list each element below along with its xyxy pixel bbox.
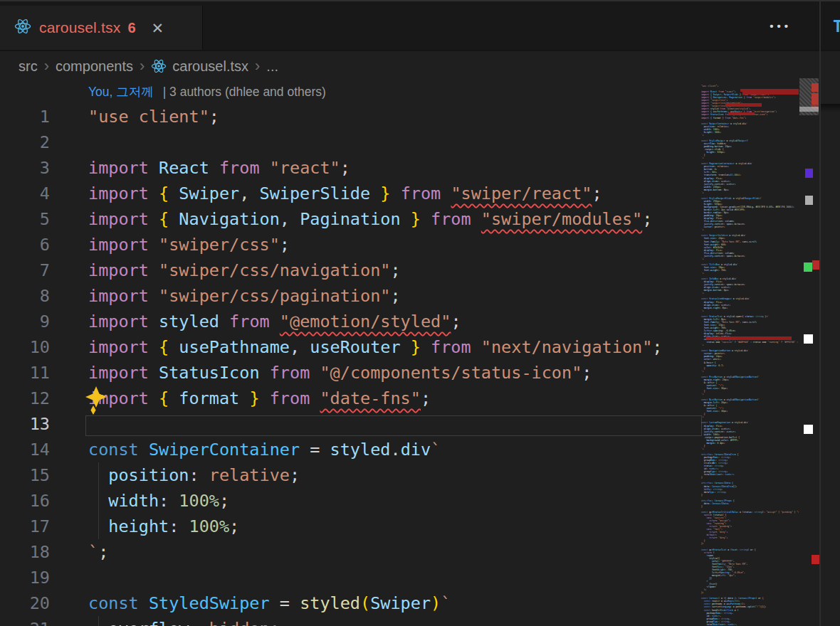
code-text: import React from "react";: [88, 155, 350, 181]
chevron-right-icon: ›: [255, 58, 260, 74]
breadcrumb-item-file[interactable]: carousel.tsx: [172, 58, 248, 75]
problems-count-badge: 6: [127, 20, 135, 36]
authors-text: | 3 authors (dhlee and others): [163, 85, 326, 99]
code-line[interactable]: 8import "swiper/css/pagination";: [0, 283, 701, 309]
line-number: 13: [0, 411, 50, 437]
line-number: 9: [0, 309, 50, 334]
line-number: 3: [0, 155, 50, 181]
scrollbar[interactable]: [799, 51, 819, 626]
tab-title: carousel.tsx: [39, 19, 120, 36]
code-line[interactable]: 5import { Navigation, Pagination } from …: [0, 206, 701, 232]
code-text: position: relative;: [88, 462, 300, 488]
line-number: 21: [0, 616, 50, 626]
line-number: 6: [0, 232, 50, 258]
line-number: 16: [0, 488, 50, 514]
code-text: `;: [88, 539, 108, 565]
git-blame-codelens: You, 그저께 | 3 authors (dhlee and others): [0, 80, 701, 104]
scroll-shadow: [821, 104, 840, 112]
code-text: import StatusIcon from "@/components/sta…: [88, 360, 592, 386]
code-text: import styled from "@emotion/styled";: [88, 309, 461, 334]
code-text: const SwiperContainer = styled.div`: [88, 437, 441, 462]
tab-bar: carousel.tsx 6 ✕ •••: [0, 0, 840, 51]
code-text: import { usePathname, useRouter } from "…: [88, 334, 663, 360]
line-number: 11: [0, 360, 50, 386]
minimap-content: "use client";import React from "react";i…: [701, 85, 799, 626]
vscode-editor-window: carousel.tsx 6 ✕ ••• src › components › …: [0, 0, 840, 626]
code-text: import "swiper/css";: [88, 232, 290, 258]
code-line[interactable]: 2: [0, 129, 701, 155]
line-number: 18: [0, 539, 50, 565]
line-number: 4: [0, 181, 50, 206]
code-text: const StyledSwiper = styled(Swiper)`: [88, 590, 451, 616]
code-line[interactable]: 6import "swiper/css";: [0, 232, 701, 258]
blame-link[interactable]: You, 그저께: [88, 85, 154, 99]
line-number: 10: [0, 334, 50, 360]
code-area[interactable]: You, 그저께 | 3 authors (dhlee and others) …: [0, 80, 701, 626]
line-number: 15: [0, 462, 50, 488]
breadcrumb-item-symbol[interactable]: ...: [266, 58, 278, 75]
line-number: 7: [0, 258, 50, 283]
code-line[interactable]: 9import styled from "@emotion/styled";: [0, 309, 701, 334]
code-line[interactable]: 7import "swiper/css/navigation";: [0, 258, 701, 283]
line-number: 8: [0, 283, 50, 309]
line-number: 19: [0, 565, 50, 590]
secondary-tab-file-icon[interactable]: T: [833, 17, 840, 36]
code-line[interactable]: 10import { usePathname, useRouter } from…: [0, 334, 701, 360]
react-file-icon: [14, 18, 31, 38]
line-number: 14: [0, 437, 50, 462]
line-number: 1: [0, 104, 50, 129]
line-number: 2: [0, 129, 50, 155]
code-line[interactable]: 19: [0, 565, 701, 590]
code-text: import { format } from "date-fns";: [88, 386, 431, 411]
code-text: height: 100%;: [88, 514, 239, 539]
code-text: import { Navigation, Pagination } from "…: [88, 206, 652, 232]
chevron-right-icon: ›: [140, 58, 145, 74]
react-file-icon: [151, 58, 167, 78]
code-text: "use client";: [88, 104, 219, 129]
editor-more-actions-icon[interactable]: •••: [770, 20, 792, 32]
code-line[interactable]: 14const SwiperContainer = styled.div`: [0, 437, 701, 462]
code-line[interactable]: 4import { Swiper, SwiperSlide } from "sw…: [0, 181, 701, 206]
line-number: 5: [0, 206, 50, 232]
breadcrumb-item-components[interactable]: components: [56, 58, 133, 75]
line-number: 12: [0, 386, 50, 411]
code-text: import "swiper/css/pagination";: [88, 283, 401, 309]
breadcrumb-item-src[interactable]: src: [19, 58, 38, 75]
code-text: width: 100%;: [88, 488, 229, 514]
line-number: 20: [0, 590, 50, 616]
scrollbar-slider[interactable]: [799, 78, 819, 115]
chevron-right-icon: ›: [44, 58, 49, 74]
code-line[interactable]: 15 position: relative;: [0, 462, 701, 488]
secondary-editor-group[interactable]: [821, 51, 840, 626]
code-line[interactable]: 1"use client";: [0, 104, 701, 129]
close-tab-icon[interactable]: ✕: [152, 21, 164, 36]
code-line[interactable]: 20const StyledSwiper = styled(Swiper)`: [0, 590, 701, 616]
code-line[interactable]: 18`;: [0, 539, 701, 565]
copilot-sparkle-icon[interactable]: [84, 386, 108, 418]
code-text: import "swiper/css/navigation";: [88, 258, 401, 283]
code-line[interactable]: 17 height: 100%;: [0, 514, 701, 539]
code-line[interactable]: 16 width: 100%;: [0, 488, 701, 514]
code-text: import { Swiper, SwiperSlide } from "swi…: [88, 181, 602, 206]
minimap-line: status === "success" ? "#48FF48" : statu…: [701, 341, 799, 344]
code-line[interactable]: 11import StatusIcon from "@/components/s…: [0, 360, 701, 386]
breadcrumb: src › components › carousel.tsx › ...: [0, 53, 819, 80]
code-line[interactable]: 21 overflow: hidden;: [0, 616, 701, 626]
tab-carousel-tsx[interactable]: carousel.tsx 6 ✕: [0, 6, 202, 50]
line-number: 17: [0, 514, 50, 539]
minimap[interactable]: "use client";import React from "react";i…: [701, 78, 799, 626]
code-line[interactable]: 3import React from "react";: [0, 155, 701, 181]
code-text: overflow: hidden;: [88, 616, 280, 626]
